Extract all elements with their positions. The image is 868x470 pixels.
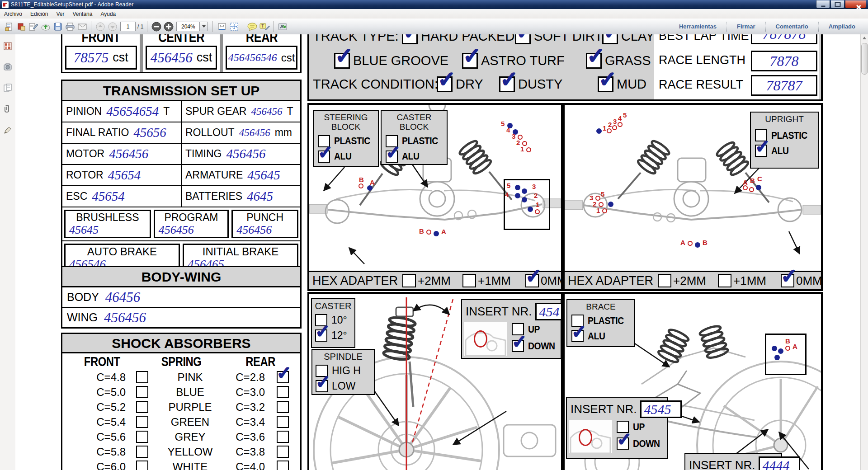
best-lap-time-field[interactable]: 787878 — [751, 34, 817, 44]
firmar-button[interactable]: Firmar — [726, 22, 765, 32]
maximize-button[interactable] — [830, 0, 844, 9]
caster-12-checkbox[interactable]: ✓ — [315, 329, 327, 342]
dusty-checkbox[interactable]: ✓ — [499, 76, 515, 92]
comment-bubble-icon[interactable] — [246, 20, 258, 33]
menu-ventana[interactable]: Ventana — [68, 10, 96, 18]
zoom-out-icon[interactable] — [150, 20, 162, 33]
fit-width-icon[interactable] — [216, 20, 228, 33]
insert-value[interactable]: 4545 — [644, 402, 671, 417]
next-page-icon[interactable] — [106, 20, 118, 33]
rear-checkbox[interactable]: ✓ — [277, 371, 289, 383]
hex-0mm-checkbox[interactable]: ✓ — [525, 274, 539, 287]
front-checkbox[interactable]: ✓ — [136, 416, 148, 428]
sign-document-icon[interactable] — [27, 20, 39, 33]
print-icon[interactable] — [64, 20, 76, 33]
herramientas-button[interactable]: Herramientas — [669, 22, 726, 32]
open-file-icon[interactable] — [3, 20, 15, 33]
text-callout-icon[interactable]: T — [258, 20, 270, 33]
steering-alu-checkbox[interactable]: ✓ — [318, 150, 330, 163]
oil-front-field[interactable]: 78575 cst — [65, 46, 137, 70]
brace-alu-checkbox[interactable]: ✓ — [571, 330, 584, 342]
page-thumbnails-icon[interactable] — [3, 42, 12, 52]
soft-dirt-checkbox[interactable]: ✓ — [515, 34, 531, 44]
hex-plus2-checkbox[interactable]: ✓ — [658, 274, 671, 287]
close-button[interactable] — [845, 0, 866, 9]
clay-checkbox[interactable]: ✓ — [602, 34, 618, 44]
hard-packed-checkbox[interactable]: ✓ — [402, 34, 418, 44]
oil-center-field[interactable]: 456456 cst — [146, 46, 217, 70]
field-value[interactable]: 456456 — [104, 310, 146, 326]
fullscreen-mode-icon[interactable] — [276, 20, 288, 33]
ampliado-button[interactable]: Ampliado — [818, 22, 865, 32]
field-value[interactable]: 456456 — [109, 146, 148, 161]
blue-groove-checkbox[interactable]: ✓ — [334, 53, 350, 69]
front-checkbox[interactable]: ✓ — [136, 446, 148, 458]
mud-checkbox[interactable]: ✓ — [598, 76, 613, 92]
field-value[interactable]: 4645 — [247, 189, 273, 204]
field-value[interactable]: 45645 — [69, 224, 146, 236]
insert-value-field[interactable]: 4444 — [759, 456, 800, 470]
spindle-low-checkbox[interactable]: ✓ — [316, 380, 328, 392]
insert-down-checkbox[interactable]: ✓ — [512, 340, 524, 352]
menu-edicion[interactable]: Edición — [26, 10, 52, 18]
astro-turf-checkbox[interactable]: ✓ — [462, 53, 478, 69]
field-value[interactable]: 45656 — [133, 125, 166, 140]
front-checkbox[interactable]: ✓ — [136, 371, 148, 383]
minimize-button[interactable] — [816, 0, 830, 9]
zoom-in-icon[interactable] — [162, 20, 175, 33]
page-number-input[interactable] — [120, 22, 136, 31]
dry-checkbox[interactable]: ✓ — [437, 76, 453, 92]
field-value[interactable]: 45654654 — [106, 104, 159, 119]
race-result-field[interactable]: 78787 — [751, 75, 817, 96]
signature-pen-icon[interactable] — [3, 126, 12, 136]
rear-checkbox[interactable]: ✓ — [277, 431, 289, 443]
front-checkbox[interactable]: ✓ — [136, 386, 148, 398]
race-result-value[interactable]: 78787 — [766, 77, 802, 94]
rear-checkbox[interactable]: ✓ — [277, 446, 289, 458]
race-length-field[interactable]: 7878 — [751, 51, 817, 71]
insert-value[interactable]: 4444 — [762, 458, 789, 470]
save-icon[interactable] — [52, 20, 64, 33]
vertical-scrollbar[interactable] — [860, 34, 868, 470]
insert-value[interactable]: 454 — [539, 304, 559, 320]
field-value[interactable]: 46456 — [105, 289, 141, 306]
insert-value-field[interactable]: 4545 — [640, 400, 682, 418]
front-checkbox[interactable]: ✓ — [136, 461, 148, 470]
cloud-upload-icon[interactable] — [39, 20, 52, 33]
race-length-value[interactable]: 7878 — [770, 53, 799, 70]
fit-page-icon[interactable] — [228, 20, 240, 33]
grass-checkbox[interactable]: ✓ — [586, 53, 602, 69]
front-checkbox[interactable]: ✓ — [136, 401, 148, 413]
rear-checkbox[interactable]: ✓ — [277, 461, 289, 470]
oil-rear-field[interactable]: 456456546 cst — [226, 46, 297, 70]
snapshot-icon[interactable] — [3, 62, 12, 73]
best-lap-time-value[interactable]: 787878 — [763, 34, 806, 42]
field-value[interactable]: 456456 — [226, 146, 266, 161]
upright-alu-checkbox[interactable]: ✓ — [755, 145, 767, 157]
field-value[interactable]: 45654 — [108, 168, 141, 183]
rear-checkbox[interactable]: ✓ — [277, 386, 289, 398]
rear-checkbox[interactable]: ✓ — [277, 401, 289, 413]
menu-ver[interactable]: Ver — [52, 10, 68, 18]
menu-archivo[interactable]: Archivo — [0, 10, 26, 18]
oil-center-value[interactable]: 456456 — [151, 50, 193, 66]
email-icon[interactable] — [76, 20, 88, 33]
field-value[interactable]: 456456 — [236, 224, 293, 236]
insert-down-checkbox[interactable]: ✓ — [617, 437, 629, 450]
hex-plus1-checkbox[interactable]: ✓ — [718, 274, 731, 287]
scrollbar-thumb[interactable] — [861, 43, 868, 75]
field-value[interactable]: 45654 — [92, 189, 125, 204]
create-pdf-icon[interactable] — [15, 20, 27, 33]
oil-rear-value[interactable]: 456456546 — [228, 52, 277, 64]
hex-plus1-checkbox[interactable]: ✓ — [462, 274, 476, 287]
front-checkbox[interactable]: ✓ — [136, 431, 148, 443]
scroll-up-icon[interactable] — [861, 34, 868, 41]
field-value[interactable]: 45645 — [247, 168, 280, 183]
comentario-button[interactable]: Comentario — [765, 22, 818, 32]
hex-0mm-checkbox[interactable]: ✓ — [781, 274, 794, 287]
field-value[interactable]: 456456 — [159, 224, 224, 236]
casterblock-alu-checkbox[interactable]: ✓ — [386, 150, 398, 163]
zoom-level-select[interactable]: 204% — [176, 22, 208, 31]
attachments-icon[interactable] — [4, 104, 12, 116]
insert-value-field[interactable]: 454 — [535, 303, 563, 320]
